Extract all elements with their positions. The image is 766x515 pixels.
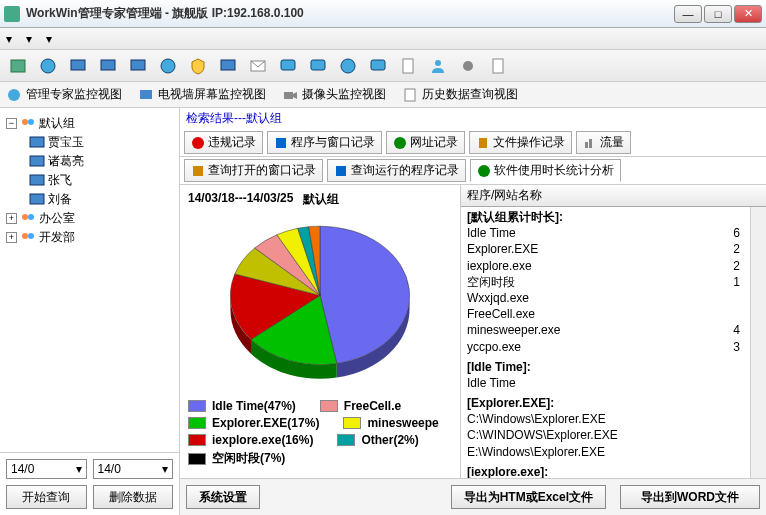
scrollbar[interactable] xyxy=(750,207,766,478)
chart-pane: 14/03/18---14/03/25 默认组 Idle Time(47%)Fr… xyxy=(180,185,460,478)
tab-programs[interactable]: 程序与窗口记录 xyxy=(267,131,382,154)
data-row[interactable]: Explorer.EXE2 xyxy=(467,241,760,257)
data-row[interactable]: Idle Time6 xyxy=(467,225,760,241)
date-from-select[interactable]: 14/0▾ xyxy=(6,459,87,479)
svg-rect-25 xyxy=(30,194,44,204)
svg-rect-11 xyxy=(371,60,385,70)
svg-point-30 xyxy=(192,137,204,149)
tab-windows-opened[interactable]: 查询打开的窗口记录 xyxy=(184,159,323,182)
svg-point-21 xyxy=(28,119,34,125)
menu-item[interactable]: ▾ xyxy=(46,32,52,46)
tab-monitoring[interactable]: 管理专家监控视图 xyxy=(6,86,122,103)
data-row[interactable]: minesweeper.exe4 xyxy=(467,322,760,338)
gear-icon[interactable] xyxy=(456,54,480,78)
title-bar: WorkWin管理专家管理端 - 旗舰版 IP:192.168.0.100 — … xyxy=(0,0,766,28)
export-excel-button[interactable]: 导出为HTM或Excel文件 xyxy=(451,485,606,509)
main-pane: 检索结果---默认组 违规记录 程序与窗口记录 网址记录 文件操作记录 流量 查… xyxy=(180,108,766,515)
tab-history[interactable]: 历史数据查询视图 xyxy=(402,86,518,103)
record-tabs-row2: 查询打开的窗口记录 查询运行的程序记录 软件使用时长统计分析 xyxy=(180,157,766,185)
data-row[interactable]: yccpo.exe3 xyxy=(467,339,760,355)
data-row[interactable]: 空闲时段1 xyxy=(467,274,760,290)
doc-icon[interactable] xyxy=(396,54,420,78)
data-row[interactable]: C:\Windows\Explorer.EXE xyxy=(467,411,760,427)
svg-rect-0 xyxy=(11,60,25,72)
delete-data-button[interactable]: 删除数据 xyxy=(93,485,174,509)
tab-traffic[interactable]: 流量 xyxy=(576,131,631,154)
chat-icon[interactable] xyxy=(276,54,300,78)
monitor-icon[interactable] xyxy=(216,54,240,78)
swatch-icon xyxy=(188,453,206,465)
data-row[interactable]: Idle Time xyxy=(467,375,760,391)
menu-item[interactable]: ▾ xyxy=(26,32,32,46)
data-row[interactable]: iexplore.exe2 xyxy=(467,258,760,274)
svg-rect-24 xyxy=(30,175,44,185)
toolbar xyxy=(0,50,766,82)
tree-item[interactable]: 刘备 xyxy=(48,191,72,208)
svg-point-38 xyxy=(478,165,490,177)
swatch-icon xyxy=(188,417,206,429)
data-row[interactable]: Wxxjqd.exe xyxy=(467,290,760,306)
data-row[interactable]: FreeCell.exe xyxy=(467,306,760,322)
tree-item[interactable]: 张飞 xyxy=(48,172,72,189)
globe-icon[interactable] xyxy=(336,54,360,78)
svg-rect-19 xyxy=(405,89,415,101)
mail-icon[interactable] xyxy=(246,54,270,78)
svg-rect-12 xyxy=(403,59,413,73)
chat-icon[interactable] xyxy=(306,54,330,78)
monitor-icon xyxy=(29,193,45,207)
tree-expand-icon[interactable]: + xyxy=(6,213,17,224)
tab-camera[interactable]: 摄像头监控视图 xyxy=(282,86,386,103)
tree-item[interactable]: 诸葛亮 xyxy=(48,153,84,170)
menu-item[interactable]: ▾ xyxy=(6,32,12,46)
system-settings-button[interactable]: 系统设置 xyxy=(186,485,260,509)
group-icon xyxy=(20,212,36,226)
svg-rect-22 xyxy=(30,137,44,147)
svg-point-26 xyxy=(22,214,28,220)
svg-rect-35 xyxy=(589,139,592,148)
svg-point-14 xyxy=(463,61,473,71)
tree-item[interactable]: 贾宝玉 xyxy=(48,134,84,151)
start-query-button[interactable]: 开始查询 xyxy=(6,485,87,509)
shield-icon[interactable] xyxy=(186,54,210,78)
view-tabs: 管理专家监控视图 电视墙屏幕监控视图 摄像头监控视图 历史数据查询视图 xyxy=(0,82,766,108)
group-icon xyxy=(20,231,36,245)
globe-icon[interactable] xyxy=(156,54,180,78)
toolbar-icon[interactable] xyxy=(6,54,30,78)
svg-point-27 xyxy=(28,214,34,220)
date-to-select[interactable]: 14/0▾ xyxy=(93,459,174,479)
chat-icon[interactable] xyxy=(366,54,390,78)
user-icon[interactable] xyxy=(426,54,450,78)
svg-rect-18 xyxy=(284,92,293,99)
menu-bar: ▾ ▾ ▾ xyxy=(0,28,766,50)
minimize-button[interactable]: — xyxy=(674,5,702,23)
tab-violations[interactable]: 违规记录 xyxy=(184,131,263,154)
data-section-header: [Idle Time]: xyxy=(467,359,760,375)
data-row[interactable]: C:\WINDOWS\Explorer.EXE xyxy=(467,427,760,443)
globe-icon[interactable] xyxy=(36,54,60,78)
data-row[interactable]: E:\Windows\Explorer.EXE xyxy=(467,444,760,460)
monitor-icon[interactable] xyxy=(126,54,150,78)
tab-programs-run[interactable]: 查询运行的程序记录 xyxy=(327,159,466,182)
monitor-icon xyxy=(29,155,45,169)
data-list: [默认组累计时长]:Idle Time6Explorer.EXE2iexplor… xyxy=(461,207,766,478)
tree-item[interactable]: 开发部 xyxy=(39,229,75,246)
close-button[interactable]: ✕ xyxy=(734,5,762,23)
export-word-button[interactable]: 导出到WORD文件 xyxy=(620,485,760,509)
doc-icon[interactable] xyxy=(486,54,510,78)
tab-files[interactable]: 文件操作记录 xyxy=(469,131,572,154)
tab-usage-stats[interactable]: 软件使用时长统计分析 xyxy=(470,159,621,182)
chart-legend: Idle Time(47%)FreeCell.e Explorer.EXE(17… xyxy=(184,395,456,474)
tree-expand-icon[interactable]: + xyxy=(6,232,17,243)
monitor-icon[interactable] xyxy=(96,54,120,78)
tree-root[interactable]: 默认组 xyxy=(39,115,75,132)
tab-urls[interactable]: 网址记录 xyxy=(386,131,465,154)
svg-rect-17 xyxy=(140,90,152,99)
tree-item[interactable]: 办公室 xyxy=(39,210,75,227)
tree-collapse-icon[interactable]: − xyxy=(6,118,17,129)
monitor-icon[interactable] xyxy=(66,54,90,78)
svg-point-1 xyxy=(41,59,55,73)
data-section-header: [Explorer.EXE]: xyxy=(467,395,760,411)
tab-wall[interactable]: 电视墙屏幕监控视图 xyxy=(138,86,266,103)
maximize-button[interactable]: □ xyxy=(704,5,732,23)
monitor-icon xyxy=(29,174,45,188)
